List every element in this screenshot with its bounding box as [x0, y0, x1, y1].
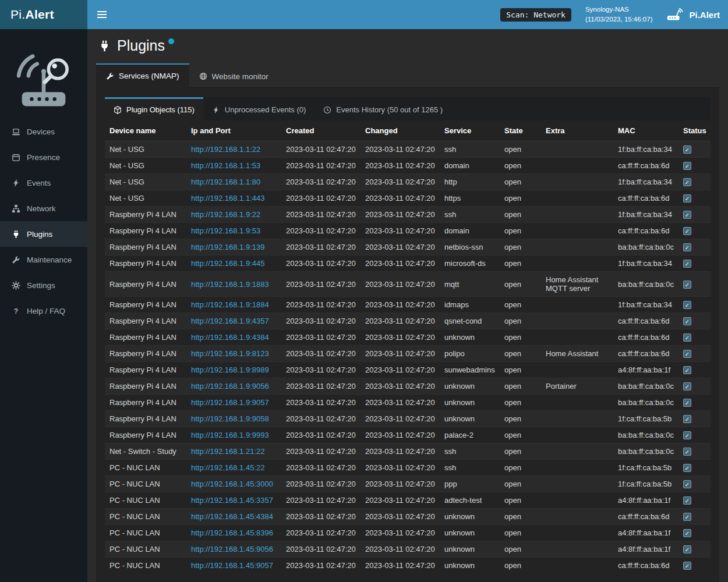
status-checkbox[interactable]: ✓	[683, 194, 691, 203]
port-link[interactable]: http://192.168.1.21:22	[191, 447, 265, 456]
port-link[interactable]: http://192.168.1.45:9056	[191, 545, 273, 553]
port-link[interactable]: http://192.168.1.45:9057	[191, 561, 273, 570]
status-checkbox[interactable]: ✓	[683, 211, 691, 219]
sidebar-item-network[interactable]: Network	[0, 196, 87, 221]
app-logo[interactable]: Pi.Alert	[0, 0, 87, 29]
table-row: Raspberry Pi 4 LANhttp://192.168.1.9:188…	[105, 272, 711, 297]
status-checkbox[interactable]: ✓	[683, 382, 691, 391]
sidebar-item-devices[interactable]: Devices	[0, 119, 87, 144]
port-link[interactable]: http://192.168.1.9:9058	[191, 414, 269, 423]
cell-mac: a4:8f:ff:aa:ba:1f	[613, 541, 678, 558]
port-link[interactable]: http://192.168.1.9:1883	[191, 280, 269, 289]
topbar-brand[interactable]: Pi.Alert	[666, 8, 720, 22]
cell-service: unknown	[440, 378, 500, 395]
subtab-events-history-50-out-of-1265[interactable]: Events History (50 out of 1265 )	[314, 97, 451, 120]
cell-device: Raspberry Pi 4 LAN	[105, 346, 186, 362]
sidebar-item-plugins[interactable]: Plugins	[0, 221, 87, 247]
status-checkbox[interactable]: ✓	[683, 162, 691, 170]
sidebar-item-maintenance[interactable]: Maintenance	[0, 247, 87, 272]
status-checkbox[interactable]: ✓	[683, 350, 691, 358]
cell-url: http://192.168.1.1:22	[186, 141, 281, 158]
port-link[interactable]: http://192.168.1.1:22	[191, 145, 260, 154]
sidebar-item-events[interactable]: Events	[0, 170, 87, 196]
port-link[interactable]: http://192.168.1.9:53	[191, 226, 260, 235]
subtab-unprocessed-events-0[interactable]: Unprocessed Events (0)	[203, 97, 314, 120]
port-link[interactable]: http://192.168.1.45:8396	[191, 528, 273, 537]
status-checkbox[interactable]: ✓	[683, 415, 691, 423]
cell-service: domain	[440, 223, 500, 239]
status-checkbox[interactable]: ✓	[683, 281, 691, 289]
cell-service: unknown	[440, 411, 500, 427]
port-link[interactable]: http://192.168.1.9:22	[191, 210, 260, 219]
sidebar-item-settings[interactable]: Settings	[0, 272, 87, 298]
status-checkbox[interactable]: ✓	[683, 513, 691, 521]
status-checkbox[interactable]: ✓	[683, 178, 691, 186]
cube-icon	[114, 106, 122, 114]
port-link[interactable]: http://192.168.1.9:1884	[191, 300, 269, 309]
tab-website-monitor[interactable]: Website monitor	[189, 63, 278, 88]
cell-device: Raspberry Pi 4 LAN	[105, 207, 186, 223]
menu-toggle-icon[interactable]	[87, 11, 116, 18]
status-checkbox[interactable]: ✓	[683, 448, 691, 456]
status-checkbox[interactable]: ✓	[683, 545, 691, 553]
cell-extra	[541, 329, 613, 346]
col-header-status[interactable]: Status	[678, 120, 711, 141]
cell-service: adtech-test	[440, 492, 500, 509]
cell-status: ✓	[678, 443, 711, 460]
col-header-changed[interactable]: Changed	[361, 120, 440, 141]
port-link[interactable]: http://192.168.1.1:443	[191, 194, 265, 203]
cell-mac: 1f:ca:ff:ca:ba:5b	[613, 476, 678, 492]
cell-created: 2023-03-11 02:47:20	[281, 313, 361, 329]
port-link[interactable]: http://192.168.1.45:3000	[191, 480, 273, 488]
sidebar-item-label: Plugins	[27, 230, 52, 239]
status-checkbox[interactable]: ✓	[683, 431, 691, 439]
col-header-extra[interactable]: Extra	[541, 120, 613, 141]
port-link[interactable]: http://192.168.1.9:9993	[191, 431, 269, 439]
port-link[interactable]: http://192.168.1.1:53	[191, 161, 260, 170]
subtab-plugin-objects-115[interactable]: Plugin Objects (115)	[105, 97, 203, 120]
col-header-device-name[interactable]: Device name	[105, 120, 186, 141]
status-checkbox[interactable]: ✓	[683, 227, 691, 235]
status-checkbox[interactable]: ✓	[683, 301, 691, 309]
status-checkbox[interactable]: ✓	[683, 562, 691, 570]
port-link[interactable]: http://192.168.1.9:139	[191, 243, 265, 251]
port-link[interactable]: http://192.168.1.9:9056	[191, 382, 269, 391]
port-link[interactable]: http://192.168.1.9:9057	[191, 398, 269, 407]
status-checkbox[interactable]: ✓	[683, 146, 691, 154]
status-checkbox[interactable]: ✓	[683, 366, 691, 374]
col-header-ip-and-port[interactable]: Ip and Port	[186, 120, 281, 141]
status-checkbox[interactable]: ✓	[683, 243, 691, 251]
col-header-state[interactable]: State	[500, 120, 541, 141]
status-checkbox[interactable]: ✓	[683, 464, 691, 472]
port-link[interactable]: http://192.168.1.9:8989	[191, 365, 269, 374]
port-link[interactable]: http://192.168.1.9:4357	[191, 317, 269, 325]
col-header-service[interactable]: Service	[440, 120, 500, 141]
port-link[interactable]: http://192.168.1.45:3357	[191, 496, 273, 505]
cell-created: 2023-03-11 02:47:20	[281, 207, 361, 223]
tab-services-nmap[interactable]: Services (NMAP)	[96, 63, 189, 88]
status-checkbox[interactable]: ✓	[683, 529, 691, 537]
cell-state: open	[500, 443, 541, 460]
status-checkbox[interactable]: ✓	[683, 399, 691, 407]
col-header-created[interactable]: Created	[281, 120, 361, 141]
sidebar-item-presence[interactable]: Presence	[0, 144, 87, 170]
cell-changed: 2023-03-11 02:47:20	[361, 239, 440, 255]
table-row: Raspberry Pi 4 LANhttp://192.168.1.9:999…	[105, 427, 711, 443]
status-checkbox[interactable]: ✓	[683, 333, 691, 342]
status-checkbox[interactable]: ✓	[683, 480, 691, 488]
port-link[interactable]: http://192.168.1.9:4384	[191, 333, 269, 342]
status-checkbox[interactable]: ✓	[683, 317, 691, 325]
col-header-mac[interactable]: MAC	[613, 120, 678, 141]
status-checkbox[interactable]: ✓	[683, 260, 691, 268]
port-link[interactable]: http://192.168.1.45:4384	[191, 512, 273, 521]
cell-device: PC - NUC LAN	[105, 509, 186, 525]
cell-extra	[541, 362, 613, 378]
port-link[interactable]: http://192.168.1.1:80	[191, 178, 260, 186]
port-link[interactable]: http://192.168.1.9:445	[191, 259, 265, 268]
help-badge[interactable]	[168, 38, 174, 44]
port-link[interactable]: http://192.168.1.9:8123	[191, 349, 269, 358]
router-icon	[666, 8, 684, 22]
port-link[interactable]: http://192.168.1.45:22	[191, 463, 265, 472]
sidebar-item-help-faq[interactable]: ?Help / FAQ	[0, 298, 87, 324]
status-checkbox[interactable]: ✓	[683, 496, 691, 505]
